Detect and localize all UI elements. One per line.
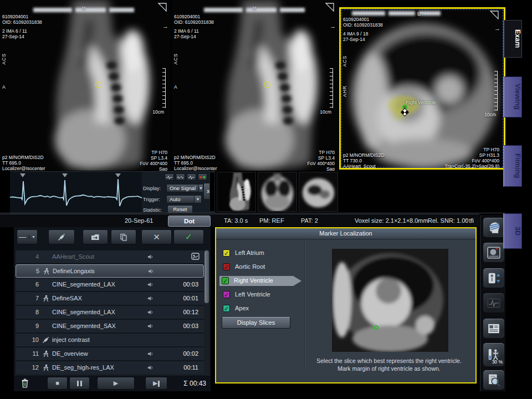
protocol-row-10[interactable]: 10 inject contrast [16,334,204,347]
signal-mode-3-button[interactable] [187,173,196,181]
speaker-icon [147,309,154,316]
marker-right-ventricle-selected[interactable]: ✓ Right Ventricle [219,276,301,286]
marker-aortic-root[interactable]: ✓ Aortic Root [221,262,293,272]
example-slice-image[interactable] [332,249,448,352]
cancel-button[interactable]: ✕ [141,229,172,244]
contrast-button[interactable] [48,229,75,244]
thumbnail-axial[interactable] [299,172,338,212]
step-duration: 00:03 [183,281,198,288]
speaker-icon [147,351,154,357]
sar-monitor-button[interactable]: 30 % [483,342,505,367]
step-number: 7 [20,295,39,301]
protocol-row-12[interactable]: 12 DE_seg_high-res_LAX 00:11 [16,361,204,375]
signal-mode-2-button[interactable] [176,173,185,181]
viewport-2[interactable]: 6109204001 OID: 61092031838 2 IMA 6 / 11… [172,0,338,171]
chevron-down-icon: ▼ [29,235,35,239]
protocol-row-6[interactable]: 6 CINE_segmented_LAX 00:03 [16,278,204,291]
thumbnail-partial[interactable] [209,172,215,212]
signal-leds-button[interactable] [198,173,207,181]
marker-left-atrium[interactable]: ✓ Left Atrium [221,248,293,258]
chevron-down-icon[interactable]: ▼ [194,196,201,203]
copy-protocol-button[interactable] [111,229,136,244]
protocol-row-8[interactable]: 8 CINE_segmented_LAX 00:12 [16,306,204,319]
exam-date: 20-Sep-61 [125,217,153,224]
pause-button[interactable] [69,377,90,390]
scrollbar-thumb[interactable] [204,250,209,303]
display-select[interactable]: One Signal ▼ [166,184,202,192]
protocol-scrollbar[interactable] [204,249,209,376]
marker-label: Left Atrium [235,249,264,256]
thumbnail-coronal[interactable] [258,172,297,212]
protocol-row-7[interactable]: 7 DefineSAX 00:01 [16,292,204,305]
display-slices-button[interactable]: Display Slices [222,317,290,329]
protocol-row-4[interactable]: 4 AAHeart_Scout [16,250,204,264]
open-protocol-button[interactable] [83,229,108,244]
marker-left-ventricle[interactable]: ✓ Left Ventricle [221,290,293,300]
trash-icon[interactable] [21,378,29,388]
checkbox-apex[interactable]: ✓ [223,305,230,312]
tab-viewing[interactable]: Viewing [503,76,522,117]
patient-reposition-button[interactable] [483,268,505,288]
folded-corner-icon[interactable] [489,10,499,20]
step-number: 6 [20,281,39,288]
scroll-arrow-icon[interactable]: → [162,23,168,29]
marker-apex[interactable]: ✓ Apex [221,304,293,314]
slice-position-button[interactable] [483,217,505,238]
play-button[interactable]: ▶ [97,377,135,390]
inline-display-button[interactable] [483,242,505,263]
step-name: DE_overview [52,350,88,357]
image-inspector-button[interactable] [483,370,505,390]
scroll-arrow-icon[interactable]: → [494,25,500,31]
ecg-waveform-area [10,172,142,214]
viewport-1[interactable]: 6109204001 OID: 61092031838 2 IMA 6 / 11… [0,0,171,171]
skip-to-end-button[interactable]: ▶ [145,377,167,390]
checkbox-right-ventricle[interactable]: ✓ [222,277,229,284]
step-number: 11 [20,350,39,357]
checkbox-aortic-root[interactable]: ✓ [223,263,230,270]
signal-mode-1-button[interactable] [165,173,174,181]
protocol-row-5-selected[interactable]: 5 DefineLongaxis [16,264,204,278]
queue-options-button[interactable]: — ▼ [17,229,38,244]
reset-button[interactable]: Reset [167,205,193,213]
tab-filming[interactable]: Filming [503,145,522,187]
image-pos-1: TP H70 [319,150,335,155]
physio-signal-button[interactable] [483,293,505,313]
folded-corner-icon[interactable] [157,2,167,12]
scroll-arrow-icon[interactable]: → [330,23,336,29]
image-pos-2: SP H31.3 [479,152,499,158]
image-pos-3: FoV 400*400 [472,158,499,163]
checkbox-left-atrium[interactable]: ✓ [223,249,230,257]
viewport-3-selected[interactable]: 6109204001 OID: 61092031838 4 IMA 9 / 18… [339,7,505,170]
step-number: 5 [21,268,39,274]
trigger-select[interactable]: Auto ▼ [166,195,202,203]
exam-report-button[interactable] [483,318,505,339]
study-date: 27-Sep-14 [343,37,365,42]
image-pos-4: Tra>Cor(-35.2)>Sag(29.8) [445,163,499,169]
example-marker-point [374,325,378,330]
scale-ruler [162,68,166,108]
isocenter-marker [95,81,102,88]
marker-label: Aortic Root [235,263,265,270]
image-params-3: AAHeart_Scout [343,163,376,169]
protocol-row-11[interactable]: 11 DE_overview 00:02 [16,347,204,361]
step-duration: 00:01 [183,295,198,301]
exam-status-bar: 20-Sep-61 Dot TA: 3.0 s PM: REF PAT: 2 V… [0,214,479,227]
tab-3d[interactable]: 3D [503,213,522,249]
thumbnail-sagittal[interactable] [217,172,256,212]
play-icon: ▶ [114,380,118,386]
chevron-down-icon[interactable]: ▼ [198,185,203,192]
study-oid: OID: 61092031838 [343,22,383,28]
skip-icon: ▶ [153,380,157,386]
protocol-row-9[interactable]: 9 CINE_segmented_SAX 00:03 [16,320,204,333]
folded-corner-icon[interactable] [325,2,335,12]
study-date: 27-Sep-14 [2,34,24,39]
speaker-icon [147,268,155,275]
stop-button[interactable]: ■ [47,377,68,390]
apply-button[interactable]: ✓ [173,229,204,244]
sequence-type: : tfi [466,217,474,224]
trigger-select-value: Auto [167,196,194,203]
tab-exam[interactable]: Exam [503,20,522,58]
dot-button[interactable]: Dot [168,216,211,227]
checkbox-left-ventricle[interactable]: ✓ [223,291,230,298]
image-params-1: p2 M/NORM/DIS2D [174,155,216,160]
